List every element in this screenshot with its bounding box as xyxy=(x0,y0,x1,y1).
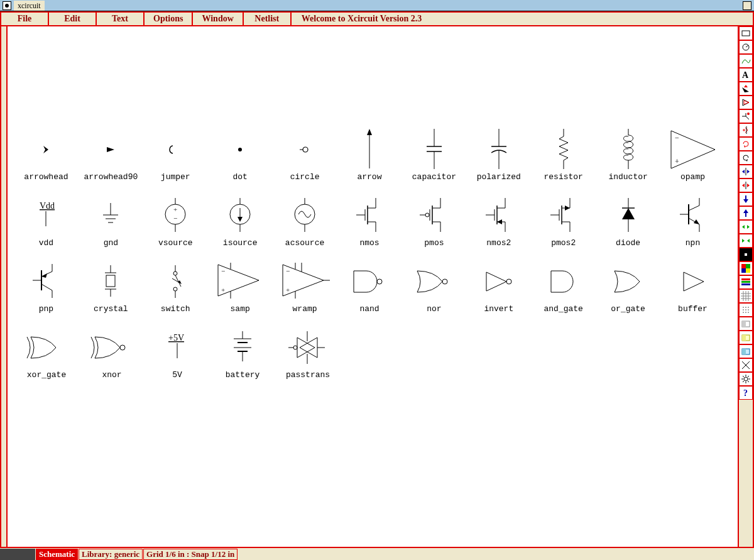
menu-file[interactable]: File xyxy=(1,13,49,25)
lib-buffer[interactable]: buffer xyxy=(660,259,725,314)
tool-copy-icon[interactable] xyxy=(739,96,753,109)
lib-vsource[interactable]: +− vsource xyxy=(143,193,208,248)
menu-window[interactable]: Window xyxy=(193,13,243,25)
svg-point-179 xyxy=(745,312,746,313)
lib-vdd[interactable]: Vdd vdd xyxy=(14,193,79,248)
svg-marker-148 xyxy=(742,184,745,187)
svg-marker-154 xyxy=(742,225,745,229)
menu-netlist[interactable]: Netlist xyxy=(244,13,292,25)
tool-layers-icon[interactable] xyxy=(739,275,753,289)
status-schematic-button[interactable]: Schematic xyxy=(36,549,78,560)
menu-text[interactable]: Text xyxy=(97,13,145,25)
lib-xnor[interactable]: xnor xyxy=(79,325,145,380)
lib-dot[interactable]: dot xyxy=(208,127,273,182)
lib-jumper[interactable]: jumper xyxy=(143,127,208,182)
lib-acsource[interactable]: acsource xyxy=(273,193,337,248)
status-mode-indicator xyxy=(0,549,35,560)
lib-arrowhead[interactable]: arrowhead xyxy=(14,127,79,182)
tool-library1-icon[interactable] xyxy=(739,317,753,331)
tool-flip-h-icon[interactable] xyxy=(739,165,753,178)
lib-nor[interactable]: nor xyxy=(402,259,466,314)
lib-polarized[interactable]: polarized xyxy=(466,127,531,182)
lib-circle[interactable]: circle xyxy=(273,127,337,182)
canvas[interactable]: arrowhead arrowhead90 jumper dot circle xyxy=(8,26,738,547)
lib-gnd[interactable]: gnd xyxy=(79,193,143,248)
window-menu-button[interactable] xyxy=(743,1,751,10)
svg-rect-165 xyxy=(741,283,750,285)
tool-fit-icon[interactable] xyxy=(739,358,753,372)
lib-nmos[interactable]: nmos xyxy=(337,193,402,248)
lib-resistor[interactable]: resistor xyxy=(531,127,596,182)
lib-diode[interactable]: diode xyxy=(596,193,660,248)
lib-5v[interactable]: +5V 5V xyxy=(145,325,210,380)
lib-battery[interactable]: battery xyxy=(210,325,275,380)
tool-zoom-in-icon[interactable] xyxy=(739,220,753,234)
svg-rect-162 xyxy=(746,268,750,273)
svg-text:A: A xyxy=(742,70,749,80)
lib-inductor[interactable]: inductor xyxy=(596,127,660,182)
svg-line-74 xyxy=(689,206,699,211)
svg-point-173 xyxy=(745,307,746,308)
lib-pmos[interactable]: pmos xyxy=(402,193,466,248)
tool-push-icon[interactable] xyxy=(739,192,753,206)
right-toolbar: A ? xyxy=(738,26,753,547)
tool-text-icon[interactable]: A xyxy=(739,68,753,82)
tool-flip-v-icon[interactable] xyxy=(739,178,753,192)
tool-spline-icon[interactable] xyxy=(739,54,753,68)
tool-rotate-cw-icon[interactable] xyxy=(739,137,753,151)
svg-marker-1 xyxy=(107,147,114,152)
tool-rectangle-icon[interactable] xyxy=(739,26,753,40)
lib-opamp[interactable]: −+ opamp xyxy=(660,127,725,182)
lib-capacitor[interactable]: capacitor xyxy=(402,127,466,182)
tool-delete-icon[interactable] xyxy=(739,123,753,137)
svg-rect-164 xyxy=(741,281,750,283)
lib-isource[interactable]: isource xyxy=(208,193,273,248)
lib-label: diode xyxy=(596,238,660,248)
tool-zoom-out-icon[interactable] xyxy=(739,234,753,248)
lib-arrow[interactable]: arrow xyxy=(337,127,402,182)
tool-edit-icon[interactable] xyxy=(739,109,753,123)
tool-colors-icon[interactable] xyxy=(739,261,753,275)
lib-label: dot xyxy=(208,172,273,182)
lib-label: crystal xyxy=(79,304,143,314)
tool-params-icon[interactable] xyxy=(739,372,753,386)
tool-move-icon[interactable] xyxy=(739,82,753,96)
lib-arrowhead90[interactable]: arrowhead90 xyxy=(79,127,143,182)
lib-pnp[interactable]: pnp xyxy=(14,259,79,314)
lib-label: acsource xyxy=(273,238,337,248)
tool-help-icon[interactable]: ? xyxy=(739,386,753,400)
lib-wramp[interactable]: −+ wramp xyxy=(273,259,337,314)
lib-nmos2[interactable]: nmos2 xyxy=(466,193,531,248)
lib-or-gate[interactable]: or_gate xyxy=(596,259,660,314)
tool-rotate-ccw-icon[interactable] xyxy=(739,151,753,165)
lib-nand[interactable]: nand xyxy=(337,259,402,314)
lib-xor-gate[interactable]: xor_gate xyxy=(14,325,79,380)
menu-options[interactable]: Options xyxy=(145,13,193,25)
menu-edit[interactable]: Edit xyxy=(49,13,97,25)
tool-arc-icon[interactable] xyxy=(739,40,753,54)
tool-library2-icon[interactable] xyxy=(739,331,753,344)
svg-marker-149 xyxy=(747,184,750,187)
tool-library3-icon[interactable] xyxy=(739,344,753,358)
lib-pmos2[interactable]: pmos2 xyxy=(531,193,596,248)
svg-rect-132 xyxy=(742,31,750,36)
svg-point-114 xyxy=(506,279,511,284)
lib-passtrans[interactable]: passtrans xyxy=(275,325,341,380)
tool-pop-icon[interactable] xyxy=(739,206,753,220)
tool-pan-icon[interactable] xyxy=(739,248,753,261)
tool-grid-icon[interactable] xyxy=(739,289,753,303)
lib-invert[interactable]: invert xyxy=(466,259,531,314)
lib-label: resistor xyxy=(531,172,596,182)
svg-text:+: + xyxy=(173,206,177,213)
svg-point-97 xyxy=(173,287,177,291)
lib-switch[interactable]: switch xyxy=(143,259,208,314)
lib-crystal[interactable]: crystal xyxy=(79,259,143,314)
lib-npn[interactable]: npn xyxy=(660,193,725,248)
svg-point-178 xyxy=(743,312,744,313)
tool-snap-icon[interactable] xyxy=(739,303,753,317)
lib-label: switch xyxy=(143,304,208,314)
lib-and-gate[interactable]: and_gate xyxy=(531,259,596,314)
svg-marker-136 xyxy=(744,85,748,87)
lib-label: nmos xyxy=(337,238,402,248)
lib-samp[interactable]: −+ samp xyxy=(208,259,273,314)
